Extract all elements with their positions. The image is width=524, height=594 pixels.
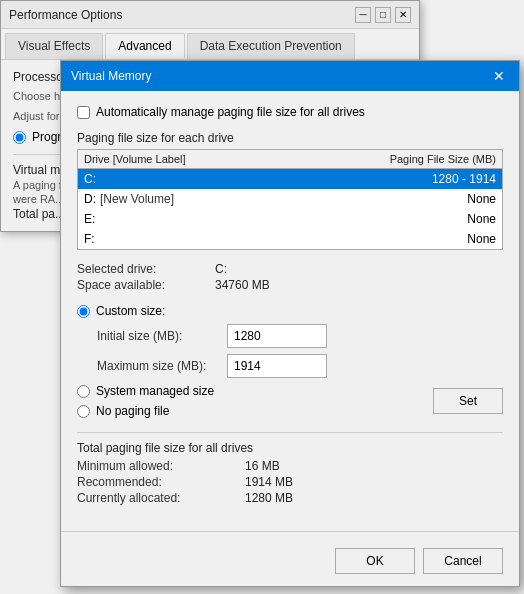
set-btn-row: Set (433, 388, 503, 414)
initial-size-input[interactable] (227, 324, 327, 348)
drive-e-letter: E: (84, 212, 95, 226)
auto-manage-checkbox[interactable] (77, 106, 90, 119)
custom-size-radio[interactable] (77, 305, 90, 318)
drive-row-d[interactable]: D: [New Volume] None (78, 189, 502, 209)
drive-row-c[interactable]: C: 1280 - 1914 (78, 169, 502, 189)
drive-f-paging: None (346, 232, 496, 246)
custom-size-label: Custom size: (96, 304, 165, 318)
recommended-value: 1914 MB (245, 475, 503, 489)
system-managed-radio-row[interactable]: System managed size (77, 384, 214, 398)
auto-manage-label: Automatically manage paging file size fo… (96, 105, 365, 119)
maximize-btn[interactable]: □ (375, 7, 391, 23)
max-size-input[interactable] (227, 354, 327, 378)
perf-tabs: Visual Effects Advanced Data Execution P… (1, 29, 419, 60)
size-section: Custom size: Initial size (MB): Maximum … (77, 304, 503, 424)
vm-titlebar: Virtual Memory ✕ (61, 61, 519, 91)
col-drive-header: Drive [Volume Label] (84, 153, 346, 165)
custom-size-radio-row[interactable]: Custom size: (77, 304, 503, 318)
initial-size-row: Initial size (MB): (77, 324, 503, 348)
selected-drive-label: Selected drive: (77, 262, 207, 276)
col-paging-header: Paging File Size (MB) (346, 153, 496, 165)
other-radios: System managed size No paging file (77, 384, 214, 424)
max-size-label: Maximum size (MB): (97, 359, 227, 373)
perf-title: Performance Options (9, 8, 122, 22)
initial-size-label: Initial size (MB): (97, 329, 227, 343)
drive-d-paging: None (346, 192, 496, 206)
drive-f-letter: F: (84, 232, 95, 246)
no-paging-label: No paging file (96, 404, 169, 418)
space-available-label: Space available: (77, 278, 207, 292)
drive-e-paging: None (346, 212, 496, 226)
no-paging-radio-row[interactable]: No paging file (77, 404, 214, 418)
set-button[interactable]: Set (433, 388, 503, 414)
selected-drive-info: Selected drive: C: Space available: 3476… (77, 262, 503, 292)
total-grid: Minimum allowed: 16 MB Recommended: 1914… (77, 459, 503, 505)
currently-allocated-value: 1280 MB (245, 491, 503, 505)
system-managed-label: System managed size (96, 384, 214, 398)
vm-close-btn[interactable]: ✕ (489, 69, 509, 83)
drive-table: Drive [Volume Label] Paging File Size (M… (77, 149, 503, 250)
minimum-label: Minimum allowed: (77, 459, 237, 473)
drive-row-e[interactable]: E: None (78, 209, 502, 229)
minimum-value: 16 MB (245, 459, 503, 473)
tab-dep[interactable]: Data Execution Prevention (187, 33, 355, 59)
radio-programs-input[interactable] (13, 131, 26, 144)
minimize-btn[interactable]: ─ (355, 7, 371, 23)
auto-manage-row[interactable]: Automatically manage paging file size fo… (77, 105, 503, 119)
drive-c-letter: C: (84, 172, 96, 186)
recommended-label: Recommended: (77, 475, 237, 489)
footer-divider (61, 531, 519, 532)
drive-c-paging: 1280 - 1914 (346, 172, 496, 186)
close-btn[interactable]: ✕ (395, 7, 411, 23)
total-section-label: Total paging file size for all drives (77, 432, 503, 455)
drive-d-letter: D: (84, 192, 96, 206)
ok-button[interactable]: OK (335, 548, 415, 574)
vm-dialog: Virtual Memory ✕ Automatically manage pa… (60, 60, 520, 587)
no-paging-radio[interactable] (77, 405, 90, 418)
selected-drive-value: C: (215, 262, 503, 276)
space-available-value: 34760 MB (215, 278, 503, 292)
drive-row-f[interactable]: F: None (78, 229, 502, 249)
dialog-footer: OK Cancel (61, 542, 519, 586)
max-size-row: Maximum size (MB): (77, 354, 503, 378)
vm-title: Virtual Memory (71, 69, 151, 83)
system-managed-radio[interactable] (77, 385, 90, 398)
perf-titlebar: Performance Options ─ □ ✕ (1, 1, 419, 29)
tab-visual-effects[interactable]: Visual Effects (5, 33, 103, 59)
perf-titlebar-controls: ─ □ ✕ (355, 7, 411, 23)
currently-allocated-label: Currently allocated: (77, 491, 237, 505)
cancel-button[interactable]: Cancel (423, 548, 503, 574)
paging-section-label: Paging file size for each drive (77, 131, 503, 145)
vm-body: Automatically manage paging file size fo… (61, 91, 519, 531)
drive-table-header: Drive [Volume Label] Paging File Size (M… (78, 150, 502, 169)
tab-advanced[interactable]: Advanced (105, 33, 184, 59)
drive-d-label: [New Volume] (100, 192, 174, 206)
